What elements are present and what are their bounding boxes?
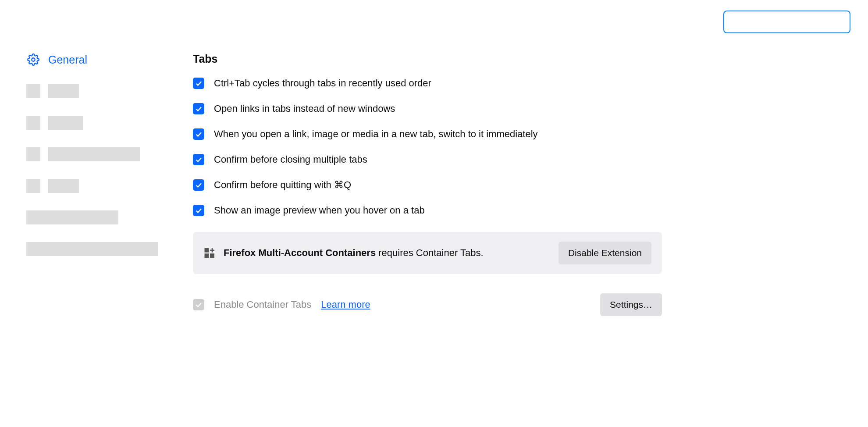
checkbox-icon[interactable] <box>193 103 204 114</box>
notice-text: Firefox Multi-Account Containers require… <box>224 247 551 259</box>
svg-rect-1 <box>205 248 209 253</box>
sidebar-placeholder <box>26 84 167 98</box>
checkbox-icon[interactable] <box>193 128 204 140</box>
sidebar-placeholder <box>26 179 167 193</box>
option-confirm-close-multiple[interactable]: Confirm before closing multiple tabs <box>193 154 662 165</box>
svg-point-0 <box>32 58 35 61</box>
enable-container-tabs-label: Enable Container Tabs <box>214 299 311 310</box>
option-switch-new-tab[interactable]: When you open a link, image or media in … <box>193 128 662 140</box>
checkbox-icon[interactable] <box>193 179 204 191</box>
disable-extension-button[interactable]: Disable Extension <box>559 242 651 264</box>
sidebar: General <box>26 53 167 316</box>
sidebar-placeholder <box>26 210 167 224</box>
gear-icon <box>26 53 40 67</box>
option-ctrl-tab[interactable]: Ctrl+Tab cycles through tabs in recently… <box>193 78 662 89</box>
learn-more-link[interactable]: Learn more <box>321 299 370 310</box>
sidebar-item-label: General <box>48 53 87 66</box>
checkbox-icon <box>193 299 204 310</box>
option-label: When you open a link, image or media in … <box>214 128 538 140</box>
svg-rect-2 <box>205 253 209 258</box>
option-label: Open links in tabs instead of new window… <box>214 103 395 114</box>
checkbox-icon[interactable] <box>193 154 204 165</box>
main-content: Tabs Ctrl+Tab cycles through tabs in rec… <box>193 53 662 316</box>
extension-notice: Firefox Multi-Account Containers require… <box>193 232 662 274</box>
search-input[interactable] <box>723 11 850 33</box>
notice-rest: requires Container Tabs. <box>376 247 483 258</box>
extension-name: Firefox Multi-Account Containers <box>224 247 376 258</box>
sidebar-placeholder <box>26 147 167 161</box>
sidebar-placeholder <box>26 242 167 256</box>
option-open-links-tabs[interactable]: Open links in tabs instead of new window… <box>193 103 662 114</box>
section-title: Tabs <box>193 53 662 65</box>
option-hover-preview[interactable]: Show an image preview when you hover on … <box>193 205 662 216</box>
checkbox-icon[interactable] <box>193 205 204 216</box>
option-confirm-quit[interactable]: Confirm before quitting with ⌘Q <box>193 179 662 191</box>
svg-rect-3 <box>210 253 214 258</box>
container-settings-button[interactable]: Settings… <box>600 293 662 316</box>
option-label: Show an image preview when you hover on … <box>214 205 425 216</box>
checkbox-icon[interactable] <box>193 78 204 89</box>
option-label: Confirm before quitting with ⌘Q <box>214 179 351 191</box>
sidebar-item-general[interactable]: General <box>26 53 167 67</box>
option-label: Confirm before closing multiple tabs <box>214 154 367 165</box>
containers-icon <box>203 246 217 260</box>
option-label: Ctrl+Tab cycles through tabs in recently… <box>214 78 431 89</box>
sidebar-placeholder <box>26 116 167 130</box>
